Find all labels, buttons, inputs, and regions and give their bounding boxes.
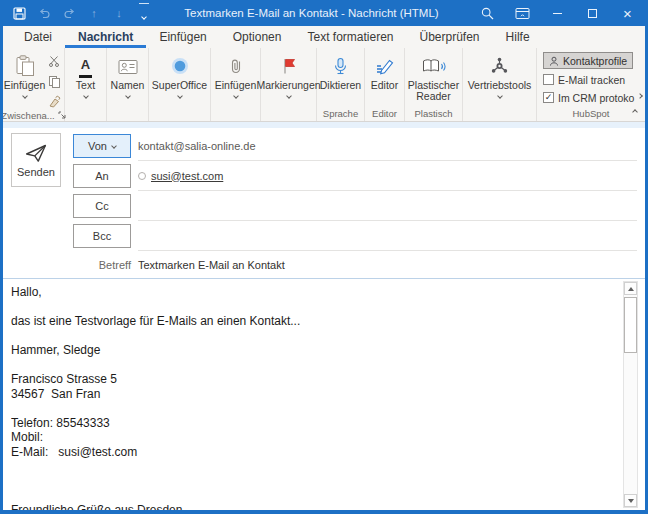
pencil-icon xyxy=(375,54,394,78)
tab-ueberpruefen[interactable]: Überprüfen xyxy=(407,26,493,48)
search-icon[interactable] xyxy=(470,0,505,26)
collapse-ribbon-icon[interactable] xyxy=(633,100,637,118)
subject-field[interactable]: Textmarken E-Mail an Kontakt xyxy=(138,251,637,279)
close-button[interactable]: × xyxy=(610,0,645,26)
paste-button[interactable]: Einfügen xyxy=(4,48,45,109)
von-button-label: Von xyxy=(88,140,107,152)
send-button[interactable]: Senden xyxy=(11,133,61,187)
bcc-button[interactable]: Bcc xyxy=(73,224,131,248)
ribbon: Einfügen Zwischena... xyxy=(3,48,645,122)
tab-einfuegen[interactable]: Einfügen xyxy=(146,26,219,48)
body-line xyxy=(11,459,615,474)
kontaktprofile-button[interactable]: Kontaktprofile xyxy=(543,52,633,69)
group-label-plastisch: Plastisch xyxy=(405,106,462,121)
kontaktprofile-label: Kontaktprofile xyxy=(563,55,627,67)
chevron-down-icon xyxy=(233,93,239,99)
body-line: das ist eine Testvorlage für E-Mails an … xyxy=(11,314,615,329)
move-up-icon[interactable]: ↑ xyxy=(87,5,101,21)
maximize-button[interactable] xyxy=(575,0,610,26)
move-down-icon[interactable]: ↓ xyxy=(112,5,126,21)
tab-optionen[interactable]: Optionen xyxy=(220,26,295,48)
body-line xyxy=(11,358,615,373)
ribbon-group-markierungen: Markierungen xyxy=(261,48,317,121)
recipient-link[interactable]: susi@test.com xyxy=(151,170,223,182)
message-body[interactable]: Hallo, das ist eine Testvorlage für E-Ma… xyxy=(3,278,645,510)
attach-button[interactable]: Einfügen xyxy=(211,48,260,106)
body-line: 34567 San Fran xyxy=(11,387,615,402)
tab-text-formatieren[interactable]: Text formatieren xyxy=(294,26,406,48)
scroll-down-icon[interactable] xyxy=(624,494,637,507)
presence-icon xyxy=(138,172,146,180)
cc-button[interactable]: Cc xyxy=(73,194,131,218)
attach-button-label: Einfügen xyxy=(215,80,256,91)
vertical-scrollbar[interactable] xyxy=(623,281,638,508)
ribbon-display-options-icon[interactable] xyxy=(505,0,540,26)
cut-icon[interactable] xyxy=(45,53,63,69)
compose-header: Senden Von kontakt@salia-online.de An su… xyxy=(3,128,645,278)
clipboard-icon xyxy=(13,54,37,78)
email-tracken-checkbox[interactable]: E-Mail tracken xyxy=(543,72,640,87)
send-plane-icon xyxy=(23,143,49,163)
body-line: Francisco Strasse 5 xyxy=(11,372,615,387)
tab-datei[interactable]: Datei xyxy=(11,26,65,48)
tab-nachricht[interactable]: Nachricht xyxy=(65,26,146,48)
scroll-up-icon[interactable] xyxy=(624,282,637,295)
group-label-plastisch-text: Plastisch xyxy=(414,108,452,119)
namen-button[interactable]: Namen xyxy=(107,48,148,106)
group-label-clipboard-text: Zwischena... xyxy=(1,110,54,121)
chevron-down-icon xyxy=(125,93,131,99)
customize-qat-icon[interactable] xyxy=(137,5,151,21)
format-painter-icon[interactable] xyxy=(45,93,63,109)
an-field[interactable]: susi@test.com xyxy=(138,161,637,191)
im-crm-checkbox[interactable]: ✓ Im CRM protoko xyxy=(543,90,640,105)
ribbon-scroll-right-icon[interactable] xyxy=(638,84,642,102)
save-icon[interactable] xyxy=(12,5,26,21)
editor-button[interactable]: Editor xyxy=(365,48,404,106)
von-field[interactable]: kontakt@salia-online.de xyxy=(138,131,637,161)
superoffice-button[interactable]: SuperOffice xyxy=(149,48,210,106)
text-button[interactable]: A Text xyxy=(65,48,106,106)
cc-row: Cc xyxy=(73,191,637,221)
immersive-reader-icon xyxy=(422,54,446,78)
ribbon-group-clipboard: Einfügen Zwischena... xyxy=(3,48,65,121)
markierungen-button[interactable]: Markierungen xyxy=(256,48,320,106)
ribbon-group-superoffice: SuperOffice xyxy=(149,48,211,121)
ribbon-group-text: A Text xyxy=(65,48,107,121)
group-label-editor-text: Editor xyxy=(372,108,397,119)
minimize-button[interactable] xyxy=(540,0,575,26)
markierungen-button-label: Markierungen xyxy=(256,80,320,91)
tab-hilfe[interactable]: Hilfe xyxy=(493,26,543,48)
bcc-button-label: Bcc xyxy=(93,230,111,242)
ribbon-tabs: Datei Nachricht Einfügen Optionen Text f… xyxy=(3,26,645,48)
group-label-clipboard: Zwischena... xyxy=(3,109,64,121)
group-label-hubspot-text: HubSpot xyxy=(573,108,610,119)
namen-button-label: Namen xyxy=(111,80,145,91)
body-line xyxy=(11,300,615,315)
an-button[interactable]: An xyxy=(73,164,131,188)
diktieren-button[interactable]: Diktieren xyxy=(317,48,364,106)
an-row: An susi@test.com xyxy=(73,161,637,191)
copy-icon[interactable] xyxy=(45,73,63,89)
ribbon-group-editor: Editor Editor xyxy=(365,48,405,121)
scrollbar-thumb[interactable] xyxy=(624,297,637,353)
ribbon-group-sprache: Diktieren Sprache xyxy=(317,48,365,121)
checkbox-unchecked-icon xyxy=(543,74,554,85)
redo-icon[interactable] xyxy=(62,5,76,21)
body-line: E-Mail: susi@test.com xyxy=(11,445,615,460)
von-button[interactable]: Von xyxy=(73,134,131,158)
flag-icon xyxy=(281,54,297,78)
undo-icon[interactable] xyxy=(37,5,51,21)
paste-button-label: Einfügen xyxy=(4,80,45,91)
plastischer-reader-button-label: Plastischer Reader xyxy=(405,80,462,102)
checkbox-checked-icon: ✓ xyxy=(543,92,554,103)
cc-field[interactable] xyxy=(138,191,637,221)
chevron-down-icon xyxy=(111,143,117,149)
ribbon-group-vertriebstools: Vertriebstools xyxy=(463,48,537,121)
body-line xyxy=(11,488,615,503)
von-row: Von kontakt@salia-online.de xyxy=(73,131,637,161)
vertriebstools-button[interactable]: Vertriebstools xyxy=(463,48,536,106)
paperclip-icon xyxy=(227,54,245,78)
bcc-field[interactable] xyxy=(138,221,637,251)
plastischer-reader-button[interactable]: Plastischer Reader xyxy=(405,48,462,106)
quick-access-toolbar: ↑ ↓ xyxy=(3,5,153,21)
